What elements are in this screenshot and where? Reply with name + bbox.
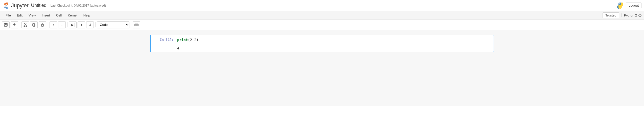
move-up-button[interactable]: ↑ (50, 21, 57, 28)
interrupt-button[interactable]: ■ (78, 21, 85, 28)
toolbar-separator-3 (67, 22, 67, 27)
toolbar-separator-4 (95, 22, 96, 27)
arrow-down-icon: ↓ (61, 23, 63, 27)
menu-kernel[interactable]: Kernel (65, 12, 80, 19)
svg-point-2 (4, 4, 5, 5)
trusted-button[interactable]: Trusted (603, 12, 619, 18)
menubar: File Edit View Insert Cell Kernel Help T… (0, 11, 644, 20)
jupyter-logo[interactable]: Jupyter (3, 2, 29, 9)
svg-point-13 (26, 26, 27, 27)
save-button[interactable] (2, 21, 10, 28)
toolbar-separator-1 (20, 22, 20, 27)
add-cell-button[interactable]: + (11, 21, 18, 28)
svg-point-5 (619, 3, 620, 4)
svg-point-4 (6, 5, 7, 6)
svg-point-1 (4, 6, 8, 9)
jupyter-logo-icon (3, 2, 10, 9)
arrow-up-icon: ↑ (53, 23, 54, 27)
svg-rect-22 (135, 25, 136, 26)
svg-rect-19 (135, 24, 136, 25)
notebook-inner: In [1]: print(2+2) 4 (145, 35, 499, 52)
topbar: Jupyter Untitled Last Checkpoint: 04/06/… (0, 0, 644, 11)
menu-file[interactable]: File (3, 12, 14, 19)
logout-button[interactable]: Logout (626, 3, 641, 8)
code-cell[interactable]: In [1]: print(2+2) 4 (150, 35, 494, 52)
restart-button[interactable]: ↺ (86, 21, 94, 28)
svg-rect-23 (136, 25, 137, 26)
cut-button[interactable] (21, 21, 29, 28)
stop-icon: ■ (80, 23, 82, 27)
svg-rect-15 (33, 24, 35, 26)
svg-point-6 (621, 7, 622, 8)
svg-rect-21 (137, 24, 138, 25)
cell-input-prompt: In [1]: (151, 36, 176, 44)
menu-insert[interactable]: Insert (39, 12, 53, 19)
svg-rect-20 (136, 24, 137, 25)
cell-output-area: 4 (151, 45, 494, 52)
code-args: (2+2) (188, 38, 198, 42)
cell-code-content[interactable]: print(2+2) (176, 36, 494, 44)
paste-icon (40, 23, 44, 27)
cell-type-select[interactable]: Code Markdown Raw NBConvert Heading (97, 21, 129, 28)
kernel-name: Python 2 (624, 13, 637, 17)
plus-icon: + (13, 22, 16, 27)
topbar-right: Logout (617, 2, 641, 9)
toolbar-separator-5 (131, 22, 131, 27)
menubar-right: Trusted Python 2 (603, 12, 641, 18)
save-icon (4, 23, 8, 27)
toolbar: + ↑ ↓ ▶| ■ ↺ (0, 20, 644, 30)
kernel-indicator: Python 2 (621, 13, 641, 17)
cut-icon (23, 23, 27, 27)
svg-rect-8 (5, 23, 7, 25)
menu-help[interactable]: Help (80, 12, 93, 19)
cell-output-text: 4 (176, 45, 494, 51)
checkpoint-info: Last Checkpoint: 04/06/2017 (autosaved) (51, 4, 106, 7)
move-down-button[interactable]: ↓ (58, 21, 66, 28)
jupyter-brand-text: Jupyter (11, 2, 29, 9)
menu-cell[interactable]: Cell (53, 12, 65, 19)
restart-icon: ↺ (88, 23, 91, 27)
svg-rect-17 (42, 23, 43, 24)
toolbar-separator-2 (48, 22, 48, 27)
cell-output-prompt (151, 45, 176, 51)
menu-view[interactable]: View (26, 12, 39, 19)
svg-rect-9 (5, 25, 7, 26)
svg-rect-24 (137, 25, 138, 26)
copy-button[interactable] (30, 21, 38, 28)
run-icon: ▶| (71, 23, 75, 27)
paste-button[interactable] (39, 21, 46, 28)
kernel-status-circle (638, 14, 641, 17)
svg-point-12 (24, 26, 25, 27)
menu-edit[interactable]: Edit (14, 12, 26, 19)
svg-point-3 (7, 4, 8, 5)
menubar-left: File Edit View Insert Cell Kernel Help (3, 12, 93, 19)
topbar-left: Jupyter Untitled Last Checkpoint: 04/06/… (3, 2, 106, 9)
cell-input-area: In [1]: print(2+2) (151, 35, 494, 45)
python-logo-icon (617, 2, 624, 9)
copy-icon (32, 23, 36, 27)
keyboard-shortcuts-button[interactable] (133, 21, 140, 28)
keyboard-icon (134, 23, 139, 27)
notebook-title[interactable]: Untitled (31, 3, 47, 8)
run-button[interactable]: ▶| (69, 21, 77, 28)
code-keyword: print (177, 38, 188, 42)
svg-rect-18 (135, 24, 138, 26)
notebook-container: In [1]: print(2+2) 4 (0, 30, 644, 106)
